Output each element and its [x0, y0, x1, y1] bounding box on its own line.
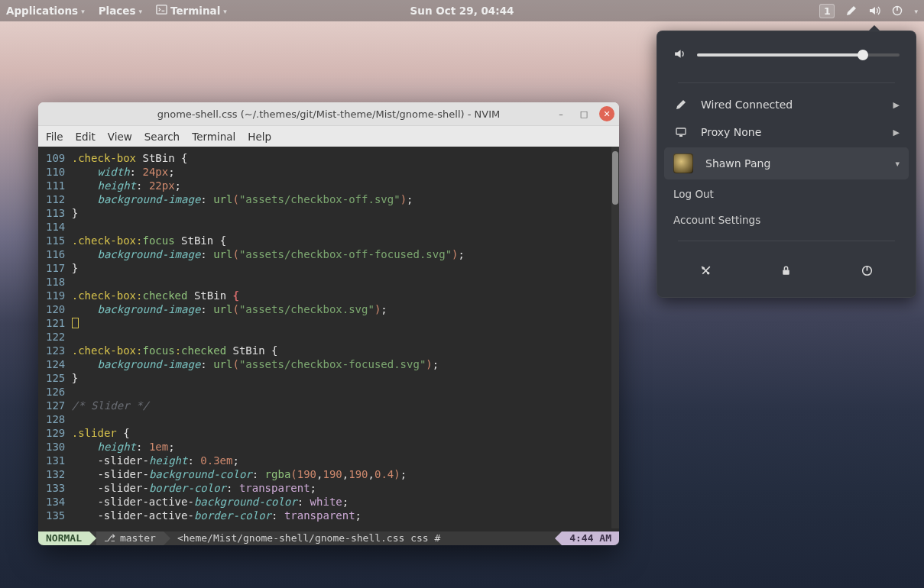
chevron-down-icon: ▾ — [914, 8, 918, 15]
network-row[interactable]: Wired Connected ▶ — [657, 91, 916, 118]
menu-help[interactable]: Help — [248, 131, 271, 143]
chevron-down-icon: ▾ — [81, 8, 85, 15]
network-label: Wired Connected — [701, 99, 881, 111]
applications-menu[interactable]: Applications ▾ — [6, 5, 85, 17]
speaker-icon — [673, 47, 686, 63]
menu-search[interactable]: Search — [144, 131, 180, 143]
chevron-down-icon: ▾ — [223, 8, 227, 15]
user-row[interactable]: Shawn Pang ▾ — [664, 147, 909, 179]
chevron-down-icon: ▾ — [139, 8, 143, 15]
avatar — [673, 153, 693, 173]
menu-terminal[interactable]: Terminal — [192, 131, 235, 143]
volume-slider[interactable] — [697, 53, 900, 57]
svg-point-5 — [702, 267, 705, 269]
applications-label: Applications — [6, 5, 78, 17]
brush-icon[interactable] — [845, 5, 858, 17]
titlebar[interactable]: gnome-shell.css (~/.themes/git/Mist-them… — [38, 102, 619, 125]
proxy-row[interactable]: Proxy None ▶ — [657, 118, 916, 146]
minimize-button[interactable]: – — [553, 106, 569, 121]
divider — [678, 241, 895, 241]
chevron-down-icon: ▾ — [895, 159, 900, 169]
workspace-indicator[interactable]: 1 — [819, 4, 835, 18]
branch-icon: ⎇ — [104, 531, 115, 545]
volume-icon[interactable] — [868, 5, 880, 17]
top-panel: Applications ▾ Places ▾ Terminal ▾ Sun O… — [0, 0, 924, 21]
proxy-label: Proxy None — [701, 126, 881, 138]
volume-row — [657, 31, 916, 75]
divider — [678, 82, 895, 83]
terminal-area[interactable]: 109 .check-box StBin { 110 width: 24px; … — [38, 147, 619, 545]
system-menu-popover: Wired Connected ▶ Proxy None ▶ Shawn Pan… — [657, 31, 916, 298]
terminal-app-label: Terminal — [170, 5, 220, 17]
svg-rect-3 — [676, 128, 686, 134]
status-branch: ⎇ master — [96, 531, 164, 545]
vim-statusline: NORMAL ⎇ master <heme/Mist/gnome-shell/g… — [38, 531, 619, 545]
chevron-right-icon: ▶ — [893, 100, 900, 110]
window-title: gnome-shell.css (~/.themes/git/Mist-them… — [157, 108, 501, 120]
menubar: File Edit View Search Terminal Help — [38, 125, 619, 147]
logout-item[interactable]: Log Out — [657, 181, 916, 207]
power-icon[interactable] — [891, 5, 903, 17]
svg-rect-0 — [157, 5, 167, 14]
power-button[interactable] — [848, 255, 885, 286]
settings-button[interactable] — [688, 255, 725, 286]
terminal-icon — [156, 4, 167, 18]
chevron-right-icon: ▶ — [893, 128, 900, 137]
account-settings-item[interactable]: Account Settings — [657, 207, 916, 233]
action-row — [657, 249, 916, 289]
maximize-button[interactable]: □ — [576, 106, 592, 121]
status-clock: 4:44 AM — [562, 531, 619, 545]
menu-file[interactable]: File — [46, 131, 63, 143]
menu-edit[interactable]: Edit — [76, 131, 96, 143]
places-label: Places — [99, 5, 136, 17]
scrollbar-thumb[interactable] — [612, 151, 618, 205]
panel-clock[interactable]: Sun Oct 29, 04:44 — [410, 5, 514, 17]
close-button[interactable]: ✕ — [599, 106, 614, 121]
brush-icon — [673, 99, 689, 111]
places-menu[interactable]: Places ▾ — [99, 5, 142, 17]
menu-view[interactable]: View — [108, 131, 132, 143]
terminal-app-menu[interactable]: Terminal ▾ — [156, 4, 227, 18]
status-file: <heme/Mist/gnome-shell/gnome-shell.css c… — [164, 531, 562, 545]
svg-point-6 — [707, 271, 709, 273]
svg-rect-7 — [783, 270, 790, 274]
terminal-window: gnome-shell.css (~/.themes/git/Mist-them… — [38, 102, 619, 545]
lock-button[interactable] — [768, 255, 805, 286]
proxy-icon — [673, 126, 689, 138]
user-name: Shawn Pang — [705, 157, 883, 170]
status-mode: NORMAL — [38, 531, 89, 545]
svg-rect-4 — [679, 135, 682, 137]
scrollbar[interactable] — [611, 147, 619, 528]
